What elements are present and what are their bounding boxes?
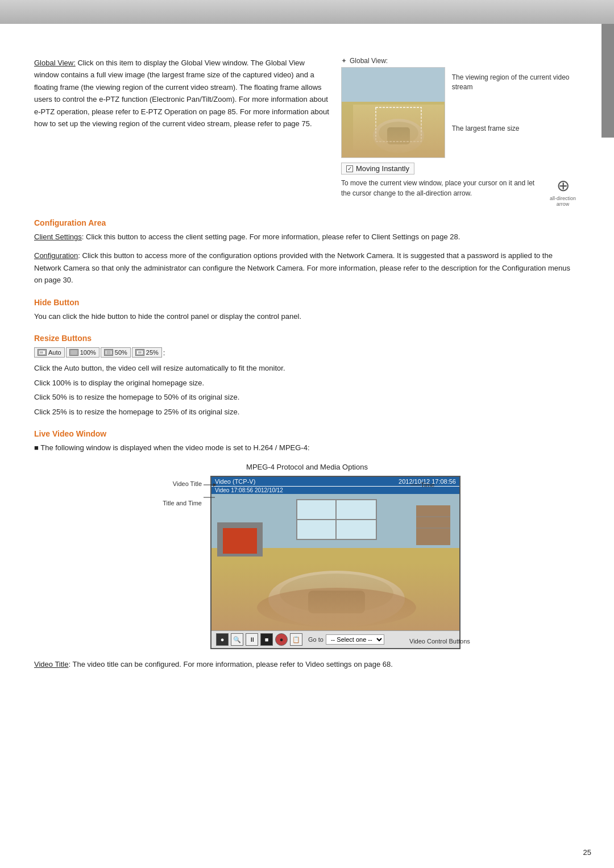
global-view-label-text: Global View: [350,57,388,65]
ann-video-control-buttons: Video Control Buttons [409,638,472,645]
svg-rect-11 [71,351,77,354]
global-view-image-row: The viewing region of the current video … [341,67,580,158]
resize-auto-icon [38,349,47,356]
resize-line3: Click 50% is to resize the homepage to 5… [34,391,580,403]
video-diagram: MPEG-4 Protocol and Media Options Video … [142,463,472,649]
resize-buttons-section: Resize Buttons Auto [34,334,580,418]
page-number: 25 [583,848,591,857]
svg-rect-9 [40,351,43,354]
svg-rect-2 [353,105,444,150]
svg-point-5 [379,122,418,144]
resize-auto-btn[interactable]: Auto [34,347,65,358]
select-one-dropdown[interactable]: -- Select one -- [326,634,384,645]
svg-rect-7 [376,107,421,142]
svg-rect-1 [342,102,445,158]
go-to-label: Go to [308,636,323,643]
resize-50-btn[interactable]: 50% [101,347,131,358]
configuration-text: Configuration: Click this button to acce… [34,250,580,286]
video-title-text: Video (TCP-V) [215,478,255,485]
resize-25-btn[interactable]: 25% [132,347,162,358]
ctrl-circle-btn[interactable]: ● [275,633,288,646]
ctrl-pause-btn[interactable]: ⏸ [246,633,258,646]
global-view-body: Click on this item to display the Global… [34,59,329,128]
video-subtitle-text: Video 17:08:56 2012/10/12 [215,487,283,493]
gv-ann-2: The largest frame size [452,124,580,134]
left-annotations: Video Title Title and Time [142,480,202,506]
resize-100-btn[interactable]: 100% [66,347,99,358]
hide-button-section: Hide Button You can click the hide butto… [34,298,580,322]
ann-title-time: Title and Time [142,500,202,506]
resize-50-icon [104,349,113,356]
live-video-heading: Live Video Window [34,429,580,438]
svg-rect-13 [106,351,111,354]
all-direction-arrow-area: ⊕ all-direction arrow [546,178,580,207]
configuration-area-section: Configuration Area Client Settings: Clic… [34,218,580,286]
global-view-image [341,67,445,158]
client-settings-text: Client Settings: Click this button to ac… [34,231,580,243]
resize-100-label: 100% [80,349,96,356]
ann-time: Time [421,481,472,488]
all-direction-label: all-direction arrow [546,196,580,207]
moving-instantly-row: To move the current view window, place y… [341,178,580,207]
svg-rect-3 [342,68,445,102]
client-settings-link: Client Settings [34,232,82,241]
resize-icon-svg [38,350,46,355]
checkbox-checked: ✓ [346,165,353,172]
video-diagram-wrapper: Video Title Title and Time Video (TCP-V)… [142,476,472,649]
resize-line1: Click the Auto button, the video cell wi… [34,362,580,374]
resize-25-icon [135,349,144,356]
resize-line4: Click 25% is to resize the homepage to 2… [34,406,580,418]
moving-instantly-checkbox-row: ✓ Moving Instantly [341,163,414,175]
resize-25-label: 25% [146,349,159,356]
resize-100-icon [69,349,78,356]
resize-auto-label: Auto [48,349,61,356]
svg-rect-21 [297,519,376,520]
moving-instantly-section: ✓ Moving Instantly To move the current v… [341,163,580,207]
ctrl-zoom-btn[interactable]: 🔍 [231,633,243,646]
svg-rect-6 [387,127,410,144]
live-video-window-section: Live Video Window ■ The following window… [34,429,580,671]
svg-point-30 [257,588,416,628]
room-image [342,68,445,157]
svg-point-26 [280,574,393,613]
resize-buttons-heading: Resize Buttons [34,334,580,343]
ann-video-title: Video Title [142,480,202,487]
live-video-intro: ■ The following window is displayed when… [34,442,580,454]
configuration-area-heading: Configuration Area [34,218,580,227]
global-view-paragraph: Global View: Click on this item to displ… [34,57,330,130]
svg-rect-27 [308,591,365,613]
resize-50-label: 50% [115,349,127,356]
ctrl-record-btn[interactable]: ● [216,633,229,646]
global-view-section: Global View: Click on this item to displ… [34,57,580,207]
hide-button-heading: Hide Button [34,298,580,307]
moving-instantly-label: Moving Instantly [356,164,409,173]
global-view-link: Global View: [34,59,76,67]
top-bar [0,0,614,24]
configuration-link: Configuration [34,251,78,260]
room-svg [342,68,445,158]
video-title-link: Video Title [34,660,68,668]
gv-annotations: The viewing region of the current video … [452,67,580,133]
resize-buttons-row: Auto 100% [34,347,580,358]
svg-rect-29 [223,528,257,554]
hide-button-text: You can click the hide button to hide th… [34,310,580,322]
arrow-cross-icon: ⊕ [546,178,580,194]
ctrl-clipboard-btn[interactable]: 📋 [290,633,302,646]
gv-ann-1: The viewing region of the current video … [452,73,580,92]
svg-rect-15 [138,351,142,354]
svg-point-25 [268,571,405,628]
global-view-right: ✦ Global View: [341,57,580,207]
right-annotations: Time [421,480,472,517]
wifi-icon: ✦ [341,57,347,65]
svg-point-4 [373,119,424,153]
resize-100-svg [70,350,78,355]
moving-instantly-text: To move the current view window, place y… [341,178,537,198]
resize-line2: Click 100% is to display the original ho… [34,377,580,389]
global-view-text: Global View: Click on this item to displ… [34,57,330,207]
resize-50-svg [105,350,113,355]
resize-25-svg [136,350,144,355]
ctrl-stop-btn[interactable]: ■ [260,633,273,646]
page-container: Global View: Click on this item to displ… [0,0,614,868]
right-sidebar-tab [601,24,614,138]
video-title-note: Video Title: The video title can be conf… [34,658,580,670]
